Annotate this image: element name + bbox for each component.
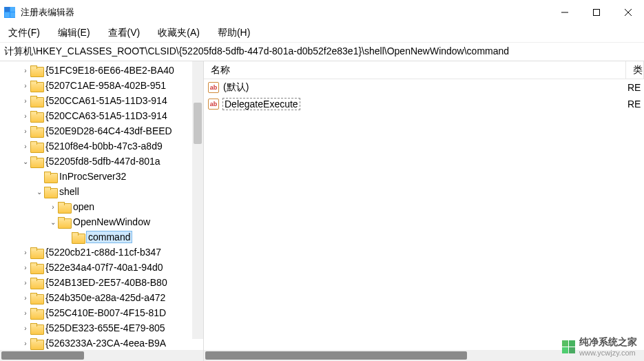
scrollbar-thumb[interactable] — [194, 103, 202, 144]
scrollbar-thumb[interactable] — [1, 351, 84, 360]
tree-vertical-scrollbar[interactable] — [192, 61, 203, 339]
tree-item-label: {525DE323-655E-4E79-805 — [45, 322, 165, 333]
tree-item-label: {524B13ED-2E57-40B8-B80 — [45, 277, 167, 288]
watermark-logo-icon — [561, 340, 575, 353]
value-type: RE — [627, 99, 644, 110]
main-area: ›{51FC9E18-6E66-4BE2-BA40›{5207C1AE-958A… — [0, 61, 644, 361]
tree-item-label: {5207C1AE-958A-402B-951 — [45, 80, 166, 91]
watermark: 纯净系统之家 www.ycwjzy.com — [561, 336, 637, 357]
folder-icon — [30, 293, 43, 303]
tree-item[interactable]: ›{5220cb21-c88d-11cf-b347 — [0, 245, 203, 260]
tree-item[interactable]: ›{520CCA61-51A5-11D3-914 — [0, 93, 203, 108]
tree-item-label: {520CCA63-51A5-11D3-914 — [45, 110, 167, 121]
chevron-down-icon[interactable]: ⌄ — [21, 158, 30, 165]
folder-icon — [30, 141, 43, 152]
tree-item-label: InProcServer32 — [59, 171, 126, 182]
chevron-right-icon[interactable]: › — [21, 249, 30, 256]
tree-item[interactable]: command — [0, 229, 203, 245]
chevron-right-icon[interactable]: › — [21, 264, 30, 271]
tree-item[interactable]: ›{525C410E-B007-4F15-81D — [0, 305, 203, 320]
menu-favorites[interactable]: 收藏夹(A) — [154, 25, 204, 41]
tree-item-label: {5220cb21-c88d-11cf-b347 — [45, 247, 161, 258]
folder-icon — [30, 262, 43, 273]
tree-item-label: {52205fd8-5dfb-447d-801a — [45, 156, 160, 167]
tree-item[interactable]: InProcServer32 — [0, 169, 203, 184]
scrollbar-thumb[interactable] — [205, 351, 467, 360]
chevron-right-icon[interactable]: › — [21, 97, 30, 105]
chevron-right-icon[interactable]: › — [21, 82, 30, 90]
chevron-right-icon[interactable]: › — [21, 112, 30, 120]
list-body[interactable]: ab(默认)REabDelegateExecuteRE — [204, 79, 644, 350]
tree-item[interactable]: ›{525DE323-655E-4E79-805 — [0, 320, 203, 336]
value-name: (默认) — [223, 81, 627, 94]
tree-item[interactable]: ›{524b350e-a28a-425d-a472 — [0, 290, 203, 305]
chevron-down-icon[interactable]: ⌄ — [48, 218, 58, 226]
column-name[interactable]: 名称 — [204, 61, 626, 79]
tree-item[interactable]: ⌄{52205fd8-5dfb-447d-801a — [0, 154, 203, 169]
menu-edit[interactable]: 编辑(E) — [54, 25, 94, 41]
tree-item[interactable]: ›{520E9D28-64C4-43df-BEED — [0, 123, 203, 138]
minimize-button[interactable] — [549, 0, 581, 24]
value-name: DelegateExecute — [223, 99, 627, 110]
tree-horizontal-scrollbar[interactable] — [0, 350, 203, 361]
tree-item-label: {520CCA61-51A5-11D3-914 — [45, 95, 167, 106]
chevron-right-icon[interactable]: › — [21, 67, 30, 74]
tree-item[interactable]: ›{51FC9E18-6E66-4BE2-BA40 — [0, 63, 203, 78]
column-type[interactable]: 类 — [626, 61, 644, 79]
folder-icon — [58, 217, 70, 227]
tree-item[interactable]: ›{520CCA63-51A5-11D3-914 — [0, 108, 203, 123]
folder-icon — [30, 81, 43, 91]
folder-icon — [30, 338, 43, 349]
titlebar: 注册表编辑器 — [0, 0, 644, 24]
chevron-right-icon[interactable]: › — [21, 279, 30, 287]
chevron-right-icon[interactable]: › — [21, 309, 30, 317]
tree-item[interactable]: ›{5207C1AE-958A-402B-951 — [0, 78, 203, 93]
chevron-right-icon[interactable]: › — [21, 143, 30, 150]
tree-item-label: {5210f8e4-b0bb-47c3-a8d9 — [45, 141, 163, 152]
app-icon — [4, 7, 15, 18]
chevron-down-icon[interactable]: ⌄ — [34, 188, 44, 196]
list-row[interactable]: ab(默认)RE — [204, 79, 644, 96]
tree-item[interactable]: ›{524B13ED-2E57-40B8-B80 — [0, 275, 203, 290]
string-value-icon: ab — [208, 82, 219, 93]
menu-file[interactable]: 文件(F) — [4, 25, 44, 41]
folder-icon — [30, 126, 43, 136]
folder-icon — [44, 187, 56, 197]
tree-item[interactable]: ⌄shell — [0, 184, 203, 199]
folder-icon — [30, 65, 43, 76]
tree-item[interactable]: ⌄OpenNewWindow — [0, 214, 203, 229]
menu-help[interactable]: 帮助(H) — [214, 25, 254, 41]
chevron-right-icon[interactable]: › — [21, 324, 30, 332]
list-row[interactable]: abDelegateExecuteRE — [204, 96, 644, 112]
chevron-right-icon[interactable]: › — [21, 294, 30, 302]
tree-item[interactable]: ›{5210f8e4-b0bb-47c3-a8d9 — [0, 138, 203, 154]
maximize-button[interactable] — [581, 0, 612, 24]
tree-item-label: OpenNewWindow — [73, 216, 150, 227]
tree-item-label: open — [73, 201, 94, 212]
folder-icon — [30, 247, 43, 258]
folder-icon — [44, 172, 56, 182]
list-header: 名称 类 — [204, 61, 644, 79]
chevron-right-icon[interactable]: › — [21, 127, 30, 135]
tree-scroll[interactable]: ›{51FC9E18-6E66-4BE2-BA40›{5207C1AE-958A… — [0, 61, 203, 350]
chevron-right-icon[interactable]: › — [21, 340, 30, 347]
chevron-right-icon[interactable]: › — [48, 203, 58, 211]
folder-icon — [30, 323, 43, 333]
watermark-name: 纯净系统之家 — [579, 336, 637, 349]
window-title: 注册表编辑器 — [21, 6, 549, 19]
tree-item[interactable]: ›{522e34a4-07f7-40a1-94d0 — [0, 260, 203, 275]
tree-item-label: {525C410E-B007-4F15-81D — [45, 307, 166, 318]
address-bar[interactable]: 计算机\HKEY_CLASSES_ROOT\CLSID\{52205fd8-5d… — [0, 42, 644, 61]
tree-item[interactable]: ›{5263233A-23CA-4eea-B9A — [0, 336, 203, 350]
folder-icon — [30, 111, 43, 121]
string-value-icon: ab — [208, 99, 219, 110]
tree-pane: ›{51FC9E18-6E66-4BE2-BA40›{5207C1AE-958A… — [0, 61, 204, 361]
tree-item-label: shell — [59, 186, 79, 197]
tree-item-label: {522e34a4-07f7-40a1-94d0 — [45, 262, 163, 273]
close-button[interactable] — [612, 0, 644, 24]
menu-view[interactable]: 查看(V) — [104, 25, 145, 41]
list-pane: 名称 类 ab(默认)REabDelegateExecuteRE — [204, 61, 644, 361]
tree-item[interactable]: ›open — [0, 199, 203, 214]
value-type: RE — [627, 82, 644, 93]
folder-icon — [72, 232, 84, 243]
